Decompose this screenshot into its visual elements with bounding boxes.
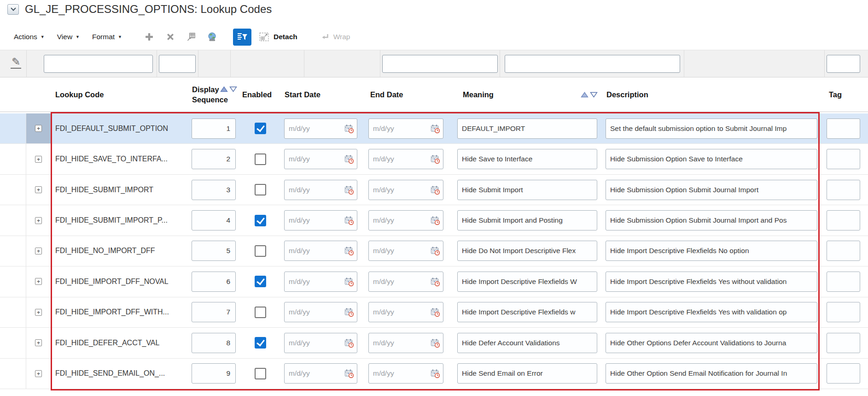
expand-row-icon[interactable]: + [35, 339, 42, 346]
start-date-input[interactable]: m/d/yy [284, 210, 357, 231]
enabled-checkbox[interactable] [255, 337, 266, 349]
date-picker-icon[interactable] [344, 338, 354, 348]
end-date-input[interactable]: m/d/yy [368, 241, 443, 261]
add-row-button[interactable] [144, 32, 154, 42]
date-picker-icon[interactable] [430, 154, 440, 164]
expand-row-icon[interactable]: + [35, 370, 42, 377]
enabled-checkbox[interactable] [255, 276, 266, 287]
expand-row-icon[interactable]: + [35, 309, 42, 316]
expand-row-icon[interactable]: + [35, 186, 42, 193]
enabled-checkbox[interactable] [255, 368, 266, 379]
tag-input[interactable] [827, 272, 860, 292]
sort-descending-icon[interactable] [590, 92, 598, 98]
enabled-checkbox[interactable] [255, 215, 266, 226]
delete-row-button[interactable] [166, 32, 175, 41]
start-date-input[interactable]: m/d/yy [284, 241, 357, 261]
filter-description-input[interactable] [505, 55, 680, 73]
display-sequence-input[interactable] [192, 333, 236, 353]
query-by-example-toggle-button[interactable] [233, 29, 251, 46]
table-row[interactable]: + FDI_DEFAULT_SUBMIT_OPTION m/d/yy [0, 113, 868, 144]
column-header-start-date[interactable]: Start Date [281, 90, 364, 99]
enabled-checkbox[interactable] [255, 307, 266, 318]
tag-input[interactable] [827, 302, 860, 322]
date-picker-icon[interactable] [344, 246, 354, 256]
expand-row-icon[interactable]: + [35, 278, 42, 285]
date-picker-icon[interactable] [344, 215, 354, 225]
end-date-input[interactable]: m/d/yy [368, 180, 443, 200]
column-header-description[interactable]: Description [603, 90, 824, 99]
date-picker-icon[interactable] [344, 185, 354, 195]
display-sequence-input[interactable] [192, 241, 236, 261]
enabled-checkbox[interactable] [255, 184, 266, 195]
tag-input[interactable] [827, 333, 860, 353]
filter-lookup-code-input[interactable] [44, 55, 153, 73]
sort-ascending-icon[interactable] [220, 86, 228, 92]
go-to-top-button[interactable] [207, 32, 217, 42]
display-sequence-input[interactable] [192, 363, 236, 384]
table-row[interactable]: + FDI_HIDE_SEND_EMAIL_ON_... m/d/yy [0, 359, 868, 389]
end-date-input[interactable]: m/d/yy [368, 149, 443, 169]
date-picker-icon[interactable] [430, 368, 440, 378]
table-row[interactable]: + FDI_HIDE_DEFER_ACCT_VAL m/d/yy [0, 328, 868, 358]
sort-ascending-icon[interactable] [581, 92, 588, 98]
start-date-input[interactable]: m/d/yy [284, 272, 357, 292]
description-input[interactable] [606, 180, 817, 200]
start-date-input[interactable]: m/d/yy [284, 180, 357, 200]
description-input[interactable] [606, 272, 817, 292]
date-picker-icon[interactable] [430, 124, 440, 134]
description-input[interactable] [606, 333, 817, 353]
meaning-input[interactable] [457, 118, 597, 139]
freeze-columns-button[interactable] [186, 32, 196, 42]
table-row[interactable]: + FDI_HIDE_NO_IMPORT_DFF m/d/yy [0, 236, 868, 266]
date-picker-icon[interactable] [430, 307, 440, 317]
column-header-enabled[interactable]: Enabled [239, 90, 281, 99]
end-date-input[interactable]: m/d/yy [368, 272, 443, 292]
column-header-end-date[interactable]: End Date [364, 90, 449, 99]
format-menu[interactable]: Format ▼ [92, 33, 122, 41]
filter-meaning-input[interactable] [382, 55, 498, 73]
display-sequence-input[interactable] [192, 180, 236, 200]
description-input[interactable] [606, 241, 817, 261]
date-picker-icon[interactable] [344, 124, 354, 134]
description-input[interactable] [606, 363, 817, 384]
description-input[interactable] [606, 210, 817, 231]
start-date-input[interactable]: m/d/yy [284, 118, 357, 139]
enabled-checkbox[interactable] [255, 245, 266, 257]
table-row[interactable]: + FDI_HIDE_SAVE_TO_INTERFA... m/d/yy [0, 144, 868, 174]
expand-row-icon[interactable]: + [35, 156, 42, 163]
tag-input[interactable] [827, 118, 860, 139]
display-sequence-input[interactable] [192, 149, 236, 169]
filter-tag-input[interactable] [827, 55, 860, 73]
date-picker-icon[interactable] [430, 215, 440, 225]
date-picker-icon[interactable] [430, 246, 440, 256]
end-date-input[interactable]: m/d/yy [368, 333, 443, 353]
date-picker-icon[interactable] [430, 338, 440, 348]
start-date-input[interactable]: m/d/yy [284, 149, 357, 169]
detach-button[interactable]: Detach [259, 32, 297, 41]
expand-row-icon[interactable]: + [35, 217, 42, 224]
meaning-input[interactable] [457, 333, 597, 353]
tag-input[interactable] [827, 149, 860, 169]
end-date-input[interactable]: m/d/yy [368, 210, 443, 231]
date-picker-icon[interactable] [430, 185, 440, 195]
enabled-checkbox[interactable] [255, 123, 266, 134]
description-input[interactable] [606, 118, 817, 139]
collapse-panel-button[interactable] [7, 4, 19, 15]
display-sequence-input[interactable] [192, 118, 236, 139]
meaning-input[interactable] [457, 272, 597, 292]
start-date-input[interactable]: m/d/yy [284, 363, 357, 384]
start-date-input[interactable]: m/d/yy [284, 333, 357, 353]
table-row[interactable]: + FDI_HIDE_SUBMIT_IMPORT_P... m/d/yy [0, 205, 868, 236]
table-row[interactable]: + FDI_HIDE_SUBMIT_IMPORT m/d/yy [0, 175, 868, 205]
end-date-input[interactable]: m/d/yy [368, 302, 443, 322]
end-date-input[interactable]: m/d/yy [368, 118, 443, 139]
table-row[interactable]: + FDI_HIDE_IMPORT_DFF_NOVAL m/d/yy [0, 266, 868, 297]
expand-row-icon[interactable]: + [35, 248, 42, 254]
column-header-lookup-code[interactable]: Lookup Code [51, 90, 190, 99]
sort-descending-icon[interactable] [229, 86, 237, 92]
filter-display-sequence-input[interactable] [159, 55, 196, 73]
column-header-tag[interactable]: Tag [824, 90, 868, 99]
table-row[interactable]: + FDI_HIDE_IMPORT_DFF_WITH... m/d/yy [0, 297, 868, 328]
meaning-input[interactable] [457, 363, 597, 384]
description-input[interactable] [606, 149, 817, 169]
